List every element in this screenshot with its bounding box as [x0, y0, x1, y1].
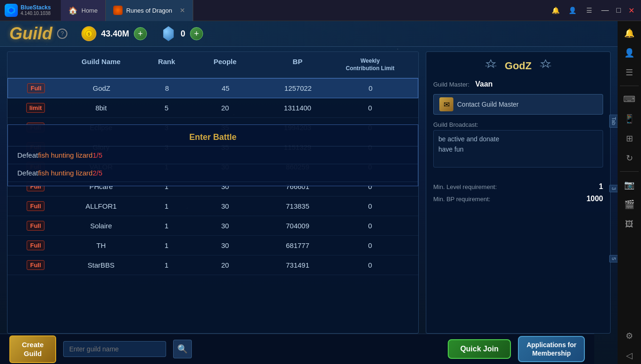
tab-home[interactable]: 🏠 Home [61, 0, 106, 21]
cell-bp: 681777 [255, 241, 340, 249]
cell-rank: 1 [138, 261, 195, 269]
guild-emblem-right [539, 59, 553, 73]
detail-header: GodZ [433, 59, 603, 73]
table-row[interactable]: Full StarBBS 1 20 731491 0 [7, 255, 418, 275]
svg-text:$: $ [87, 32, 90, 36]
status-badge: Full [27, 240, 44, 250]
cell-status: Full [7, 201, 64, 211]
table-row[interactable]: Full GodZ 8 45 1257022 0 [7, 78, 418, 98]
cell-bp: 731491 [255, 261, 340, 269]
cell-weekly: 0 [340, 241, 401, 249]
min-bp-value: 1000 [586, 195, 603, 203]
cell-people: 30 [195, 163, 255, 171]
cell-name: Glory [64, 143, 138, 151]
tab-marker-1[interactable]: Tab [609, 115, 618, 128]
close-tab-icon[interactable]: ✕ [180, 7, 185, 14]
table-row[interactable]: Full PHcare 1 30 766601 0 [7, 177, 418, 197]
table-row[interactable]: limit 8bit 5 20 1311400 0 [7, 98, 418, 118]
guild-list-panel: Guild Name Rank People BP Weekly Contrib… [7, 51, 419, 334]
table-row[interactable]: Full VALOR 1 30 860259 0 [7, 157, 418, 177]
cell-rank: 1 [138, 182, 195, 190]
cell-rank: 1 [138, 241, 195, 249]
sidebar-account-icon[interactable]: 👤 [621, 44, 638, 61]
gold-amount: 43.40M [101, 29, 129, 39]
cell-bp: 766601 [255, 182, 340, 190]
sidebar-screenshot-icon[interactable]: 📷 [621, 176, 638, 193]
cell-bp: 1257022 [256, 84, 340, 92]
maximize-button[interactable]: □ [614, 6, 623, 15]
detail-guild-name: GodZ [505, 60, 532, 72]
sidebar-back-icon[interactable]: ◁ [621, 347, 638, 364]
account-icon[interactable]: 👤 [566, 4, 579, 17]
cell-weekly: 0 [340, 104, 401, 112]
cell-weekly: 0 [340, 143, 401, 151]
cell-status: Full [7, 182, 64, 191]
cell-bp: 713835 [255, 202, 340, 210]
tab-game[interactable]: Runes of Dragon ✕ [106, 0, 193, 21]
bs-version: 4.140.10.1038 [21, 11, 51, 16]
table-header: Guild Name Rank People BP Weekly Contrib… [7, 52, 418, 78]
sidebar-rotate-icon[interactable]: ↻ [621, 150, 638, 167]
minimize-button[interactable]: — [599, 6, 611, 15]
cell-status: Full [7, 221, 64, 231]
contact-master-button[interactable]: ✉ Contact Guild Master [433, 94, 603, 115]
sidebar-window-icon[interactable]: ⊞ [621, 130, 638, 147]
cell-people: 30 [195, 241, 255, 249]
quick-join-button[interactable]: Quick Join [448, 339, 511, 359]
requirements-section: Min. Level requirement: 1 Min. BP requir… [433, 173, 603, 203]
mail-icon: ✉ [439, 97, 453, 111]
cell-weekly: 0 [340, 222, 401, 230]
menu-icon[interactable]: ☰ [583, 4, 596, 17]
col-status [7, 58, 64, 72]
cell-people: 20 [195, 261, 255, 269]
sidebar-notification-icon[interactable]: 🔔 [621, 25, 638, 42]
add-gem-button[interactable]: + [190, 27, 203, 40]
cell-weekly: 0 [340, 124, 401, 131]
sidebar-record-icon[interactable]: 🎬 [621, 196, 638, 213]
status-badge: Full [27, 221, 44, 231]
page-title: Guild [9, 24, 52, 44]
search-guild-input[interactable] [63, 341, 166, 357]
cell-rank: 8 [139, 84, 195, 92]
col-guild-name: Guild Name [64, 58, 138, 72]
status-badge: Full [27, 142, 44, 152]
sidebar-gallery-icon[interactable]: 🖼 [621, 216, 638, 233]
sidebar-divider-1 [620, 86, 639, 86]
right-sidebar: 🔔 👤 ☰ ⌨ 📱 ⊞ ↻ 📷 🎬 🖼 ⚙ ◁ [618, 21, 641, 364]
notification-icon[interactable]: 🔔 [549, 4, 562, 17]
cell-rank: 3 [138, 143, 195, 151]
cell-weekly: 0 [340, 202, 401, 210]
cell-people: 35 [195, 143, 255, 151]
game-tab-icon [113, 6, 123, 15]
close-button[interactable]: ✕ [626, 6, 636, 15]
search-button[interactable]: 🔍 [173, 340, 192, 358]
tab-marker-2[interactable]: 3 [609, 185, 618, 192]
cell-bp: 1994203 [255, 124, 340, 131]
gem-icon [161, 26, 176, 41]
status-badge: Full [27, 83, 44, 93]
sidebar-keyboard-icon[interactable]: ⌨ [621, 91, 638, 108]
table-row[interactable]: Full Glory 3 35 1151329 0 [7, 138, 418, 157]
table-row[interactable]: Full ALLFOR1 1 30 713835 0 [7, 197, 418, 216]
help-button[interactable]: ? [57, 29, 67, 39]
bs-name: BlueStacks [21, 4, 51, 11]
guild-detail-panel: GodZ Guild Master: Vaan ✉ Contact Guild … [426, 51, 611, 334]
sidebar-settings-icon[interactable]: ⚙ [621, 328, 638, 344]
cell-status: Full [7, 240, 64, 250]
sidebar-menu-icon[interactable]: ☰ [621, 64, 638, 81]
status-badge: Full [27, 162, 44, 172]
add-gold-button[interactable]: + [134, 27, 147, 40]
cell-weekly: 0 [340, 84, 401, 92]
col-weekly: Weekly Contribution Limit [340, 58, 401, 72]
cell-people: 45 [195, 84, 256, 92]
create-guild-button[interactable]: CreateGuild [9, 335, 56, 363]
applications-button[interactable]: Applications forMembership [518, 336, 585, 362]
tab-marker-3[interactable]: 5 [609, 255, 618, 262]
table-row[interactable]: Full Solaire 1 30 704009 0 [7, 216, 418, 236]
table-row[interactable]: Full TH 1 30 681777 0 [7, 236, 418, 255]
cell-people: 30 [195, 222, 255, 230]
sidebar-mobile-icon[interactable]: 📱 [621, 110, 638, 127]
cell-status: Full [7, 162, 64, 172]
table-row[interactable]: Full Eclipse 3 35 1994203 0 [7, 118, 418, 138]
col-people: People [195, 58, 255, 72]
